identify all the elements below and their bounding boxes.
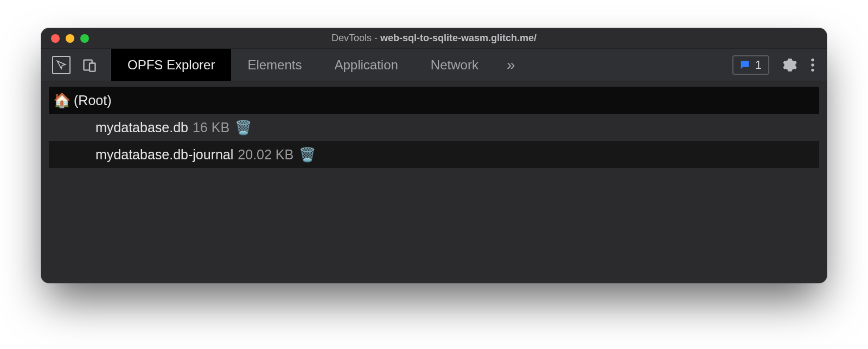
more-tabs-button[interactable]: » (495, 49, 527, 81)
window-title-url: web-sql-to-sqlite-wasm.glitch.me/ (380, 33, 537, 43)
titlebar: DevTools - web-sql-to-sqlite-wasm.glitch… (41, 28, 827, 49)
tree-file-row[interactable]: mydatabase.db-journal 20.02 KB 🗑️ (49, 141, 819, 168)
delete-file-icon[interactable]: 🗑️ (235, 120, 252, 135)
tree-file-row[interactable]: mydatabase.db 16 KB 🗑️ (49, 114, 819, 141)
file-name: mydatabase.db (95, 120, 188, 135)
file-size: 16 KB (193, 120, 229, 135)
devtools-tabbar: OPFS Explorer Elements Application Netwo… (41, 49, 827, 81)
svg-point-2 (811, 58, 814, 61)
issues-button[interactable]: 1 (732, 55, 769, 75)
svg-point-4 (811, 68, 814, 71)
svg-rect-1 (90, 63, 95, 71)
svg-point-3 (811, 63, 814, 66)
settings-gear-icon[interactable] (782, 57, 797, 73)
file-name: mydatabase.db-journal (95, 147, 233, 163)
home-icon: 🏠 (53, 92, 71, 109)
tree-root-label: (Root) (74, 93, 111, 108)
tab-elements[interactable]: Elements (231, 49, 318, 81)
delete-file-icon[interactable]: 🗑️ (299, 147, 316, 163)
issues-icon (739, 59, 751, 71)
panel-tabs: OPFS Explorer Elements Application Netwo… (111, 49, 495, 81)
fullscreen-window-button[interactable] (80, 34, 89, 43)
tab-application[interactable]: Application (318, 49, 414, 81)
devtools-window: DevTools - web-sql-to-sqlite-wasm.glitch… (41, 28, 827, 283)
window-title-prefix: DevTools - (331, 33, 380, 43)
opfs-tree: 🏠 (Root) mydatabase.db 16 KB 🗑️ mydataba… (41, 81, 827, 283)
more-options-icon[interactable] (810, 57, 815, 73)
tree-root-row[interactable]: 🏠 (Root) (49, 87, 819, 114)
minimize-window-button[interactable] (66, 34, 74, 43)
tab-network[interactable]: Network (414, 49, 495, 81)
tab-opfs-explorer[interactable]: OPFS Explorer (111, 49, 231, 81)
inspect-controls (41, 49, 111, 81)
window-title: DevTools - web-sql-to-sqlite-wasm.glitch… (41, 33, 827, 44)
close-window-button[interactable] (51, 34, 60, 43)
issues-count: 1 (755, 58, 762, 72)
file-size: 20.02 KB (238, 147, 293, 163)
inspect-element-icon[interactable] (52, 56, 71, 74)
toolbar-right: 1 (720, 49, 827, 81)
traffic-lights (41, 34, 89, 43)
device-toolbar-icon[interactable] (80, 56, 99, 74)
